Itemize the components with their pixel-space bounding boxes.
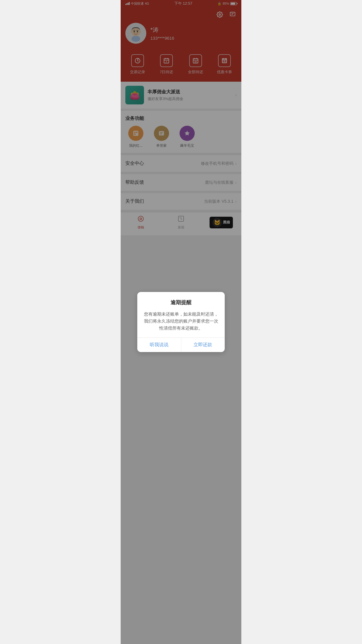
modal-overlay: 逾期提醒 您有逾期未还账单，如未能及时还清，我们将永久冻结您的账户并要求您一次性…: [121, 0, 241, 235]
